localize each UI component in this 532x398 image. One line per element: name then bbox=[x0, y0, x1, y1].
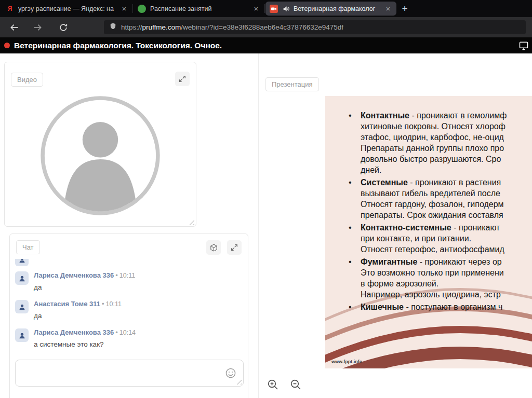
tab-title: Расписание занятий bbox=[150, 5, 249, 12]
slide-text-line: Например, аэрозоль циодрина, эстр bbox=[361, 289, 532, 300]
slide-term-rest: - проникают в гемолимф bbox=[409, 111, 507, 120]
slide-text-line: хитиновые покровы. Относят хлороф bbox=[361, 121, 532, 132]
schedule-site-favicon bbox=[138, 5, 146, 13]
new-tab-button[interactable]: + bbox=[397, 2, 413, 16]
slide-bullet: Контактно-системные - проникают при конт… bbox=[346, 222, 532, 255]
close-tab-icon[interactable]: × bbox=[384, 4, 392, 13]
presentation-panel: Презентация Контактные - проникают в гем… bbox=[258, 53, 532, 398]
browser-navigation-bar: https://pruffme.com/webinar/?id=e38e3f62… bbox=[0, 17, 532, 37]
recording-dot-icon bbox=[4, 43, 10, 48]
slide-text-line: Относят гардону, фозалон, гиподерм bbox=[361, 199, 532, 210]
chat-message-list[interactable]: Лариса Демченкова 336•10:11 да Анастасия… bbox=[10, 259, 245, 359]
chat-message-head: Лариса Демченкова 336•10:14 bbox=[34, 328, 136, 337]
list-item-partial bbox=[10, 259, 245, 267]
url-path: /webinar/?id=e38e3f6288aeb6e4c37876632e9… bbox=[181, 23, 343, 31]
slide-bullet: Системные - проникают в растения вызываю… bbox=[346, 177, 532, 221]
chat-timestamp: 10:11 bbox=[119, 272, 135, 279]
tab-audio-speaker-icon[interactable] bbox=[282, 5, 290, 13]
chat-author: Анастасия Томе 311 bbox=[34, 300, 100, 308]
dot-separator: • bbox=[102, 300, 104, 308]
close-tab-icon[interactable]: × bbox=[120, 4, 128, 13]
video-expand-button[interactable] bbox=[175, 72, 190, 86]
presentation-zoom-controls bbox=[265, 377, 303, 392]
slide-text-line: при контакте, и при питании. bbox=[361, 233, 532, 244]
zoom-out-button[interactable] bbox=[288, 377, 303, 392]
site-security-shield-icon[interactable] bbox=[109, 22, 117, 32]
chat-message-head: Лариса Демченкова 336•10:11 bbox=[34, 271, 135, 280]
slide-term: Контактно-системные bbox=[361, 223, 451, 232]
url-host: pruffme.com bbox=[142, 23, 181, 31]
browser-tab-webinar-active[interactable]: Ветеринарная фармаколог × bbox=[265, 2, 396, 16]
webinar-camera-favicon bbox=[270, 5, 278, 13]
chat-expand-button[interactable] bbox=[227, 240, 242, 255]
slide-text-line: Контактные - проникают в гемолимф bbox=[361, 110, 532, 121]
browser-tab-bar: Я ургэу расписание — Яндекс: на × Распис… bbox=[0, 0, 532, 17]
presentation-slide: Контактные - проникают в гемолимф хитино… bbox=[325, 96, 532, 368]
slide-text-line: Фумигантные - проникают через ор bbox=[361, 256, 532, 267]
chat-author: Лариса Демченкова 336 bbox=[34, 271, 114, 279]
slide-bullet: Контактные - проникают в гемолимф хитино… bbox=[346, 110, 532, 175]
slide-text-line: Это возможно только при применени bbox=[361, 267, 532, 278]
slide-bullet: Кишечные - поступают в организм ч bbox=[346, 301, 532, 312]
chat-message-text: да bbox=[34, 312, 122, 320]
chat-timestamp: 10:11 bbox=[106, 300, 122, 308]
slide-text-line: этафос, циодрин, карбофос, не-оцид bbox=[361, 132, 532, 143]
slide-text-line: Препараты данной группы плохо про bbox=[361, 143, 532, 154]
forward-button[interactable] bbox=[31, 21, 44, 34]
slide-body: Контактные - проникают в гемолимф хитино… bbox=[325, 96, 532, 312]
reload-button[interactable] bbox=[57, 21, 70, 34]
emoji-smiley-icon[interactable] bbox=[224, 367, 237, 379]
slide-text-line: довольно быстро разрушаются. Сро bbox=[361, 154, 532, 164]
user-avatar bbox=[15, 259, 29, 266]
browser-window: Я ургэу расписание — Яндекс: на × Распис… bbox=[0, 0, 532, 398]
video-panel: Видео bbox=[4, 62, 196, 227]
chat-message-body: Лариса Демченкова 336•10:11 да bbox=[34, 271, 135, 291]
back-button[interactable] bbox=[8, 21, 21, 34]
chat-message: Анастасия Томе 311•10:11 да bbox=[10, 296, 245, 324]
chat-message-input[interactable] bbox=[22, 360, 219, 386]
page-url: https://pruffme.com/webinar/?id=e38e3f62… bbox=[121, 23, 343, 31]
slide-text-line: в форме аэрозолей. bbox=[361, 278, 532, 289]
user-avatar bbox=[15, 328, 29, 342]
chat-message: Лариса Демченкова 336•10:11 да bbox=[10, 267, 245, 296]
slide-text-line: препараты. Срок ожидания составля bbox=[361, 210, 532, 221]
chat-message-body: Лариса Демченкова 336•10:14 а системные … bbox=[34, 328, 136, 348]
slide-term-rest: - поступают в организм ч bbox=[404, 303, 502, 311]
tab-title: ургэу расписание — Яндекс: на bbox=[18, 5, 117, 12]
dot-separator: • bbox=[115, 328, 118, 336]
slide-term: Фумигантные bbox=[361, 257, 417, 266]
chat-message-body: Анастасия Томе 311•10:11 да bbox=[34, 300, 122, 320]
slide-text-line: Относят гетерофос, антиофосфамид bbox=[361, 244, 532, 255]
video-panel-label: Видео bbox=[11, 73, 43, 87]
chat-input-resize-handle[interactable] bbox=[236, 379, 242, 385]
browser-tab-yandex-search[interactable]: Я ургэу расписание — Яндекс: на × bbox=[2, 2, 132, 16]
yandex-favicon: Я bbox=[6, 5, 14, 13]
user-avatar bbox=[15, 271, 29, 285]
webinar-title: Ветеринарная фармакология. Токсикология.… bbox=[14, 41, 222, 50]
chat-panel: Чат Лариса Демченкова 336• bbox=[9, 234, 248, 398]
video-resize-handle[interactable] bbox=[189, 219, 194, 225]
chat-input-container bbox=[15, 360, 244, 387]
slide-term: Контактные bbox=[361, 111, 409, 120]
chat-message: Лариса Демченкова 336•10:14 а системные … bbox=[10, 324, 245, 353]
slide-text-line: Кишечные - поступают в организм ч bbox=[361, 301, 532, 312]
chat-message-text: а системные это как? bbox=[34, 340, 136, 348]
webinar-content: Видео Чат bbox=[0, 53, 532, 398]
slide-term-rest: - проникают в растения bbox=[408, 178, 501, 187]
screen-share-icon[interactable] bbox=[518, 40, 529, 51]
user-avatar bbox=[15, 300, 29, 313]
webinar-header: Ветеринарная фармакология. Токсикология.… bbox=[0, 37, 532, 53]
slide-term: Системные bbox=[361, 178, 408, 187]
chat-3d-cube-button[interactable] bbox=[206, 240, 221, 255]
tab-title: Ветеринарная фармаколог bbox=[294, 5, 381, 12]
chat-message-head: Анастасия Томе 311•10:11 bbox=[34, 300, 122, 308]
slide-footer-credit: www.fppt.info bbox=[331, 359, 362, 364]
slide-term: Кишечные bbox=[361, 303, 404, 311]
slide-text-line: Системные - проникают в растения bbox=[361, 177, 532, 188]
browser-tab-schedule[interactable]: Расписание занятий × bbox=[134, 2, 264, 16]
close-tab-icon[interactable]: × bbox=[252, 4, 260, 13]
address-bar[interactable]: https://pruffme.com/webinar/?id=e38e3f62… bbox=[104, 20, 526, 34]
speaker-avatar-placeholder bbox=[39, 94, 162, 217]
chat-timestamp: 10:14 bbox=[119, 329, 136, 336]
zoom-in-button[interactable] bbox=[265, 377, 280, 392]
